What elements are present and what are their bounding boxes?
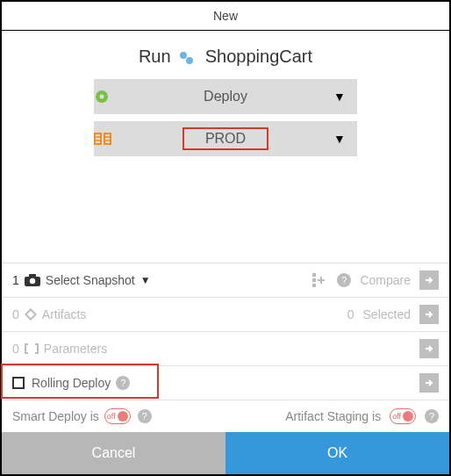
svg-rect-18 <box>25 309 35 319</box>
arrow-right-icon[interactable] <box>419 339 439 358</box>
help-icon[interactable]: ? <box>138 409 152 423</box>
svg-rect-11 <box>29 274 36 278</box>
add-snapshot-icon[interactable] <box>312 273 328 287</box>
environment-icon <box>94 132 129 146</box>
environment-dropdown[interactable]: PROD ▼ <box>94 121 357 156</box>
smart-deploy-toggle[interactable]: off <box>104 408 131 424</box>
options-list: 1 Select Snapshot ▼ <box>2 263 449 432</box>
svg-rect-14 <box>312 278 316 282</box>
dialog-footer: Cancel OK <box>2 432 449 474</box>
svg-point-12 <box>30 278 35 284</box>
artifacts-label: Artifacts <box>42 307 87 321</box>
snapshot-count: 1 <box>12 273 19 287</box>
dialog-header: Run ShoppingCart <box>2 31 449 79</box>
artifacts-count: 0 <box>12 307 19 321</box>
help-icon[interactable]: ? <box>425 409 439 423</box>
svg-rect-13 <box>312 273 316 277</box>
camera-icon <box>25 274 40 286</box>
rolling-deploy-checkbox[interactable] <box>12 377 25 389</box>
svg-rect-5 <box>104 133 111 144</box>
brackets-icon <box>25 343 39 354</box>
toggle-knob <box>118 411 128 422</box>
rolling-deploy-label: Rolling Deploy <box>32 376 111 390</box>
pipeline-icon <box>179 51 197 65</box>
diamond-icon <box>25 308 37 321</box>
chevron-down-icon: ▼ <box>322 132 357 146</box>
toggles-row: Smart Deploy is off ? Artifact Staging i… <box>2 400 449 432</box>
run-label: Run <box>139 47 171 66</box>
toggle-knob <box>403 411 413 422</box>
dialog-window: New Run ShoppingCart Deploy ▼ <box>0 0 451 476</box>
smart-deploy-label: Smart Deploy is <box>12 409 99 423</box>
cancel-button[interactable]: Cancel <box>2 432 226 474</box>
dialog-title: New <box>2 2 449 31</box>
environment-highlight: PROD <box>183 127 268 150</box>
snapshot-row[interactable]: 1 Select Snapshot ▼ <box>2 263 449 298</box>
gear-icon <box>94 89 129 105</box>
svg-rect-15 <box>312 284 316 287</box>
parameters-count: 0 <box>12 342 19 356</box>
ok-button[interactable]: OK <box>226 432 449 474</box>
chevron-down-icon: ▼ <box>140 274 151 286</box>
artifact-staging-toggle[interactable]: off <box>390 408 416 424</box>
action-dropdown[interactable]: Deploy ▼ <box>94 79 357 114</box>
chevron-down-icon: ▼ <box>322 90 357 104</box>
artifact-staging-label: Artifact Staging is <box>285 409 381 423</box>
snapshot-label: Select Snapshot <box>46 273 135 287</box>
artifacts-row[interactable]: 0 Artifacts 0 Selected <box>2 298 449 332</box>
environment-label: PROD <box>129 127 322 150</box>
compare-link[interactable]: Compare <box>360 273 411 287</box>
artifacts-selected-count: 0 <box>347 307 354 321</box>
svg-point-3 <box>100 95 104 99</box>
arrow-right-icon[interactable] <box>419 373 439 393</box>
rolling-deploy-row[interactable]: Rolling Deploy ? <box>2 366 449 400</box>
svg-point-1 <box>186 57 193 64</box>
svg-rect-4 <box>95 133 101 144</box>
parameters-row[interactable]: 0 Parameters <box>2 332 449 366</box>
action-label: Deploy <box>129 89 322 105</box>
artifacts-selected-label: Selected <box>363 307 411 321</box>
parameters-label: Parameters <box>44 342 107 356</box>
app-name: ShoppingCart <box>205 47 312 66</box>
arrow-right-icon[interactable] <box>419 305 439 324</box>
help-icon[interactable]: ? <box>337 273 351 287</box>
help-icon[interactable]: ? <box>116 376 130 390</box>
svg-point-0 <box>180 52 187 59</box>
arrow-right-icon[interactable] <box>419 270 439 290</box>
